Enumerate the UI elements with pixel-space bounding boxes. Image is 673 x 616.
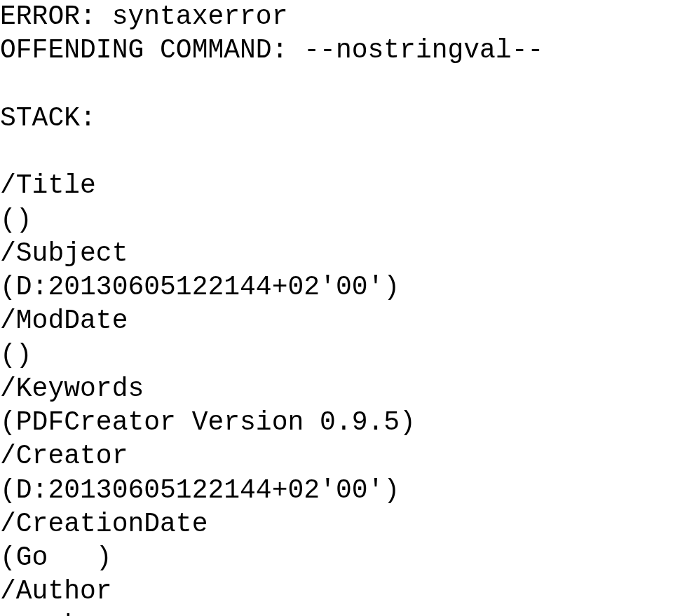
stack-date-value: (D:20130605122144+02'00') <box>0 475 400 505</box>
error-dump: ERROR: syntaxerror OFFENDING COMMAND: --… <box>0 0 673 616</box>
stack-creator-value: (PDFCreator Version 0.9.5) <box>0 407 416 437</box>
stack-keywords-key: /Keywords <box>0 374 160 404</box>
stack-title-key: /Title <box>0 170 112 200</box>
stack-empty-value: () <box>0 205 32 235</box>
stack-creator-key: /Creator <box>0 441 144 471</box>
offending-command-line: OFFENDING COMMAND: --nostringval-- <box>0 35 543 65</box>
stack-author-value: (Go ) <box>0 542 112 573</box>
stack-creationdate-key: /CreationDate <box>0 509 224 539</box>
error-line: ERROR: syntaxerror <box>0 1 287 32</box>
stack-author-key: /Author <box>0 576 128 606</box>
stack-empty-value: () <box>0 340 32 370</box>
stack-date-value: (D:20130605122144+02'00') <box>0 272 400 302</box>
stack-header: STACK: <box>0 103 96 133</box>
stack-mark: -mark- <box>0 610 112 617</box>
stack-moddate-key: /ModDate <box>0 306 144 336</box>
stack-subject-key: /Subject <box>0 238 144 268</box>
